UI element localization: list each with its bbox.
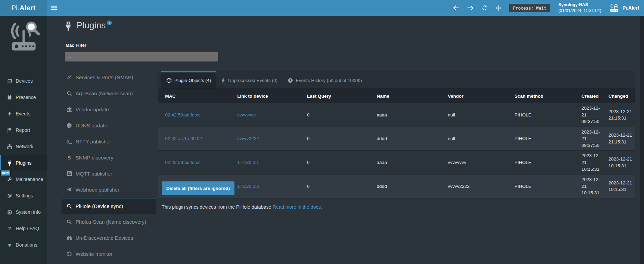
sidebar-item-system-info[interactable]: System info — [0, 204, 47, 220]
name-cell: aaaa — [370, 151, 441, 175]
plugin-nav-item-ntfy-publisher[interactable]: NTFY publisher — [62, 134, 156, 150]
scrollbar[interactable] — [640, 16, 644, 264]
name-cell: aaaa — [370, 103, 441, 127]
last-query-cell: 0 — [300, 103, 370, 127]
rss-square-icon — [66, 171, 72, 176]
plugin-nav-item-arp-scan-network-scan[interactable]: Arp-Scan (Network scan) — [62, 85, 156, 101]
created-cell: 2023-12-21 10:15:31 — [577, 151, 604, 175]
plugin-description: This plugin syncs devices from the PiHol… — [162, 204, 322, 210]
help-badge[interactable]: ? — [107, 20, 112, 25]
docs-link[interactable]: Read more in the docs. — [273, 204, 322, 210]
sidebar-item-settings[interactable]: Settings — [0, 187, 47, 204]
mac-filter-input[interactable] — [65, 52, 218, 61]
sidebar-item-label: Settings — [16, 193, 33, 198]
scan-method-cell: PIHOLE — [507, 103, 577, 127]
refresh-icon[interactable] — [482, 5, 487, 11]
scan-method-cell: PIHOLE — [507, 127, 577, 151]
table-head: MACLink to deviceLast QueryNameVendorSca… — [158, 89, 635, 103]
tab-plugin-objects-4[interactable]: Plugin Objects (4) — [161, 71, 216, 88]
network-icon — [6, 144, 13, 149]
device-link[interactable]: vvvvv2222 — [237, 136, 259, 141]
mac-filter-label: Mac Filter — [66, 43, 86, 48]
plugin-nav-item-label: PiHole (Device sync) — [76, 203, 123, 209]
last-query-cell: 0 — [300, 151, 370, 175]
sidebar-item-label: Donations — [16, 242, 37, 248]
cube-icon — [166, 78, 172, 83]
calendar-icon — [6, 95, 13, 100]
mac-link[interactable]: 02:42:59:ad:fd:cc — [165, 160, 201, 165]
terminal-icon — [66, 139, 72, 144]
created-cell: 2023-12-21 09:37:50 — [577, 103, 604, 127]
sidebar-item-donations[interactable]: ♥Donations — [0, 237, 47, 253]
column-header-mac: MAC — [158, 89, 230, 103]
column-header-link-to-device: Link to device — [230, 89, 300, 103]
gear-icon — [6, 193, 13, 198]
mac-link[interactable]: 02:42:ac:1e:00:02 — [165, 136, 202, 141]
vendor-cell: vvvvv2222 — [441, 175, 507, 198]
brand-logo[interactable]: Pi.Alert — [0, 0, 47, 16]
plugin-nav-item-vendor-update[interactable]: Vendor update — [62, 101, 156, 117]
new-badge: NEW — [0, 170, 11, 176]
sidebar-item-report[interactable]: Report — [0, 122, 47, 138]
globe-icon — [66, 251, 72, 256]
sidebar-item-label: Presence — [16, 95, 36, 100]
arrow-left-icon[interactable] — [453, 5, 459, 11]
move-icon[interactable] — [495, 5, 501, 11]
device-link[interactable]: 172.30.0.1 — [237, 160, 259, 165]
app-cluster[interactable]: Pi.Alert — [609, 4, 639, 12]
table-header-row: MACLink to deviceLast QueryNameVendorSca… — [158, 89, 635, 103]
sidebar-item-label: Devices — [16, 78, 33, 84]
plugin-nav-item-label: Un-Discoverable Devices — [76, 235, 133, 241]
plugin-nav-item-ddns-update[interactable]: DDNS update — [62, 117, 156, 134]
scan-method-cell: PIHOLE — [507, 175, 577, 198]
bolt-icon — [6, 111, 13, 116]
page-header: Plugins ? — [64, 20, 112, 31]
delete-all-button[interactable]: Delete all (filters are ignored) — [162, 181, 234, 195]
created-cell: 2023-12-21 10:15:31 — [577, 175, 604, 198]
plugin-nav-item-label: NTFY publisher — [76, 139, 111, 144]
plugin-nav-item-services-ports-nmap[interactable]: Services & Ports (NMAP) — [62, 69, 156, 85]
flag-icon — [6, 128, 13, 133]
plugin-nav-item-mqtt-publisher[interactable]: MQTT publisher — [62, 166, 156, 182]
sidebar-item-maintenance[interactable]: MaintenanceNEW — [0, 171, 47, 187]
plugin-nav-item-label: Website monitor — [76, 251, 112, 257]
hamburger-icon[interactable] — [51, 5, 57, 10]
sidebar: DevicesPresenceEventsReportNetworkPlugin… — [0, 16, 47, 264]
plugin-nav-item-pholus-scan-name-discovery[interactable]: Pholus-Scan (Name discovery) — [62, 214, 156, 230]
sidebar-item-events[interactable]: Events — [0, 106, 47, 122]
name-cell: dddd — [370, 127, 441, 151]
tab-unprocessed-events-0[interactable]: Unprocessed Events (0) — [216, 71, 283, 88]
plugin-nav-item-pihole-device-sync[interactable]: PiHole (Device sync) — [62, 198, 156, 214]
vendor-cell: vvvvvvvv — [441, 151, 507, 175]
device-link[interactable]: vvvvvvvv — [237, 112, 256, 117]
sidebar-item-plugins[interactable]: Plugins — [0, 155, 47, 171]
plug-icon — [64, 22, 72, 31]
host-block: Synology-NAS (01/01/2024, 11:31:04) — [558, 2, 601, 14]
arrow-right-icon[interactable] — [467, 5, 474, 11]
sidebar-menu: DevicesPresenceEventsReportNetworkPlugin… — [0, 73, 47, 253]
sidebar-item-network[interactable]: Network — [0, 138, 47, 155]
table-row: 02:42:59:ad:fd:cc172.30.0.10aaaavvvvvvvv… — [158, 151, 635, 175]
sidebar-item-label: Help / FAQ — [16, 226, 39, 231]
sidebar-item-devices[interactable]: Devices — [0, 73, 47, 89]
mac-link[interactable]: 02:42:59:ad:fd:cc — [165, 112, 201, 117]
plugin-nav-item-webhook-publisher[interactable]: Webhook publisher — [62, 182, 156, 198]
column-header-name: Name — [370, 89, 441, 103]
plugin-nav-item-label: DDNS update — [76, 123, 107, 128]
plugin-nav-item-label: Webhook publisher — [76, 187, 119, 193]
plugin-nav-item-un-discoverable-devices[interactable]: Un-Discoverable Devices — [62, 230, 156, 246]
plugin-nav-item-website-monitor[interactable]: Website monitor — [62, 246, 156, 262]
sidebar-item-presence[interactable]: Presence — [0, 89, 47, 106]
main-content: Plugins ? Mac Filter Services & Ports (N… — [47, 16, 644, 264]
bolt-icon — [221, 78, 225, 83]
changed-cell: 2023-12-21 21:15:31 — [604, 103, 635, 127]
plugin-nav-item-label: MQTT publisher — [76, 171, 112, 177]
plugin-nav-item-label: Arp-Scan (Network scan) — [76, 91, 133, 96]
sidebar-item-help-faq[interactable]: ?Help / FAQ — [0, 220, 47, 237]
tab-events-history-50-out-of-10000[interactable]: Events History (50 out of 10000) — [283, 71, 367, 88]
device-link[interactable]: 172.30.0.2 — [237, 184, 259, 189]
sidebar-item-label: Report — [16, 127, 30, 133]
send-icon — [66, 187, 72, 192]
sidebar-item-label: Maintenance — [16, 177, 43, 182]
plugin-nav-item-snmp-discovery[interactable]: SSNMP discovery — [62, 150, 156, 166]
